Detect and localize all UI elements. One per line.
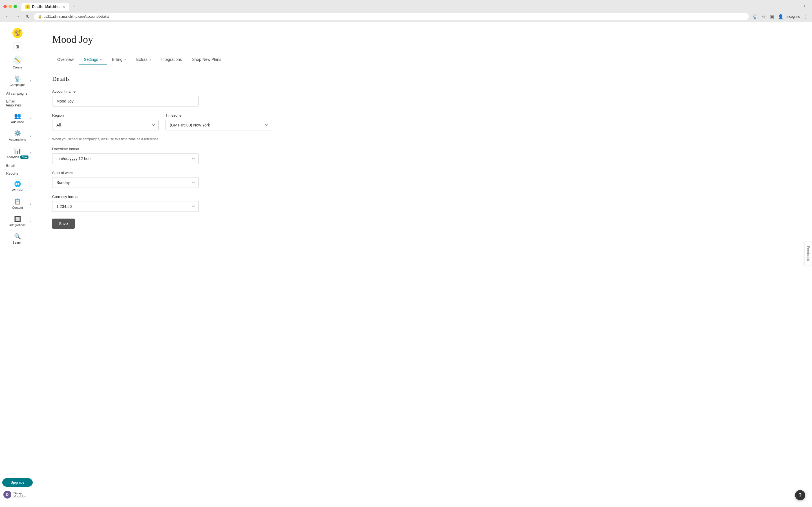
start-of-week-group: Start of week Sunday Monday Saturday: [52, 171, 272, 188]
tab-integrations[interactable]: Integrations: [156, 54, 187, 65]
campaigns-icon: 📡: [14, 75, 21, 82]
cast-icon[interactable]: 📡: [751, 13, 759, 20]
user-section[interactable]: D Daisy Mood Joy: [2, 489, 33, 500]
maximize-dot[interactable]: [13, 5, 17, 8]
tabs-bar: Overview Settings ∨ Billing ∨ Extras ∨ I…: [52, 54, 272, 65]
timezone-label: Timezone: [165, 113, 272, 117]
sidebar-toggle: ▣: [0, 43, 35, 50]
browser-navbar: ← → ↻ 🔒 us21.admin.mailchimp.com/account…: [0, 11, 812, 22]
tab-settings[interactable]: Settings ∨: [79, 54, 107, 65]
sidebar-item-content[interactable]: 📋 Content ∨: [2, 195, 33, 212]
analytics-icon: 📊: [14, 147, 21, 154]
sidebar-toggle-button[interactable]: ▣: [13, 43, 21, 50]
tab-favicon: 🐒: [26, 4, 30, 9]
browser-dots: [3, 5, 17, 8]
sidebar-item-label: Audience: [11, 120, 24, 124]
user-name: Daisy: [13, 492, 26, 495]
tab-shop-new-plans[interactable]: Shop New Plans: [187, 54, 226, 65]
region-select[interactable]: All United States Europe Asia Pacific: [52, 120, 159, 130]
website-arrow: ∨: [30, 185, 32, 188]
sidebar-sub-email-templates[interactable]: Email templates: [2, 98, 33, 109]
sidebar-item-search[interactable]: 🔍 Search: [2, 230, 33, 247]
start-of-week-select[interactable]: Sunday Monday Saturday: [52, 177, 199, 188]
sidebar-logo[interactable]: 🐒: [0, 25, 35, 43]
sidebar-item-create[interactable]: ✏️ Create: [2, 53, 33, 72]
extras-arrow: ∨: [149, 58, 151, 61]
forward-button[interactable]: →: [13, 13, 21, 20]
browser-tabs: 🐒 Details | Mailchimp × +: [21, 2, 410, 11]
sidebar-toggle-icon[interactable]: ▣: [769, 13, 775, 20]
save-section: Save: [52, 219, 272, 229]
nav-icons: 📡 ☆ ▣ 👤 Incognito ⋮: [751, 13, 809, 20]
sidebar-item-label: Website: [12, 188, 23, 192]
region-timezone-row: Region All United States Europe Asia Pac…: [52, 113, 272, 130]
avatar: D: [3, 491, 11, 499]
currency-format-group: Currency format 1,234.56 1.234,56: [52, 194, 272, 212]
tab-close-icon[interactable]: ×: [63, 4, 65, 9]
website-icon: 🌐: [14, 180, 21, 187]
sidebar-item-label: Content: [12, 206, 23, 209]
analytics-new-badge: New: [20, 156, 29, 159]
lock-icon: 🔒: [38, 15, 42, 18]
minimize-dot[interactable]: [8, 5, 12, 8]
active-tab[interactable]: 🐒 Details | Mailchimp ×: [21, 3, 69, 11]
account-name-label: Account name: [52, 89, 272, 94]
feedback-tab[interactable]: Feedback: [804, 242, 812, 265]
billing-arrow: ∨: [124, 58, 126, 61]
tab-extras[interactable]: Extras ∨: [131, 54, 156, 65]
reload-button[interactable]: ↻: [24, 13, 32, 20]
timezone-hint: When you schedule campaigns, we'll use t…: [52, 137, 272, 141]
sidebar-item-automations[interactable]: ⚙️ Automations ∨: [2, 127, 33, 144]
save-button[interactable]: Save: [52, 219, 75, 229]
browser-menu-icon[interactable]: ⋮: [803, 4, 809, 8]
sidebar-sub-reports[interactable]: Reports: [2, 170, 33, 177]
sidebar-item-website[interactable]: 🌐 Website ∨: [2, 178, 33, 194]
mailchimp-logo: 🐒: [12, 28, 22, 38]
user-info: Daisy Mood Joy: [13, 492, 26, 498]
sidebar-nav: ✏️ Create 📡 Campaigns ∧ All campaigns Em…: [0, 53, 35, 475]
sidebar-item-integrations[interactable]: 🔲 Integrations ∨: [2, 213, 33, 230]
sidebar-item-label: Integrations: [9, 223, 26, 227]
settings-arrow: ∨: [100, 58, 102, 61]
analytics-arrow: ∧: [30, 152, 32, 155]
more-icon[interactable]: ⋮: [802, 13, 809, 20]
timezone-col: Timezone (GMT-05:00) New York (GMT-06:00…: [165, 113, 272, 130]
sidebar: 🐒 ▣ ✏️ Create 📡 Campaigns ∧ All campaign…: [0, 22, 35, 507]
sidebar-sub-all-campaigns[interactable]: All campaigns: [2, 90, 33, 97]
automations-icon: ⚙️: [14, 130, 21, 136]
bookmark-icon[interactable]: ☆: [761, 13, 767, 20]
account-name-input[interactable]: [52, 96, 199, 107]
sidebar-sub-email[interactable]: Email: [2, 162, 33, 169]
section-title: Details: [52, 75, 272, 82]
content-arrow: ∨: [30, 202, 32, 205]
back-button[interactable]: ←: [3, 13, 11, 20]
tab-title: Details | Mailchimp: [32, 5, 60, 9]
automations-arrow: ∨: [30, 134, 32, 137]
sidebar-bottom: Upgrade D Daisy Mood Joy: [0, 475, 35, 504]
close-dot[interactable]: [3, 5, 7, 8]
sidebar-item-analytics[interactable]: 📊 Analytics New ∧: [2, 145, 33, 161]
region-col: Region All United States Europe Asia Pac…: [52, 113, 159, 130]
new-tab-button[interactable]: +: [70, 2, 78, 10]
help-button[interactable]: ?: [795, 490, 805, 500]
tab-overview[interactable]: Overview: [52, 54, 79, 65]
datetime-format-group: Date/time format mm/dd/yyyy 12 hour dd/m…: [52, 147, 272, 164]
sidebar-item-label: Automations: [9, 138, 26, 141]
upgrade-button[interactable]: Upgrade: [2, 478, 33, 487]
integrations-arrow: ∨: [30, 220, 32, 223]
address-bar[interactable]: 🔒 us21.admin.mailchimp.com/account/detai…: [34, 13, 749, 20]
user-account: Mood Joy: [13, 495, 26, 498]
content-icon: 📋: [14, 198, 21, 205]
profile-icon[interactable]: 👤: [777, 13, 784, 20]
browser-titlebar: 🐒 Details | Mailchimp × + ⋮: [0, 0, 812, 11]
timezone-select[interactable]: (GMT-05:00) New York (GMT-06:00) Chicago…: [165, 120, 272, 130]
currency-format-select[interactable]: 1,234.56 1.234,56: [52, 201, 199, 212]
incognito-label: Incognito: [786, 15, 800, 18]
search-icon: 🔍: [14, 233, 21, 240]
sidebar-item-audience[interactable]: 👥 Audience ∨: [2, 110, 33, 126]
integrations-icon: 🔲: [14, 216, 21, 222]
sidebar-item-campaigns[interactable]: 📡 Campaigns ∧: [2, 72, 33, 89]
currency-format-label: Currency format: [52, 194, 272, 199]
tab-billing[interactable]: Billing ∨: [107, 54, 131, 65]
datetime-format-select[interactable]: mm/dd/yyyy 12 hour dd/mm/yyyy 12 hour mm…: [52, 153, 199, 164]
